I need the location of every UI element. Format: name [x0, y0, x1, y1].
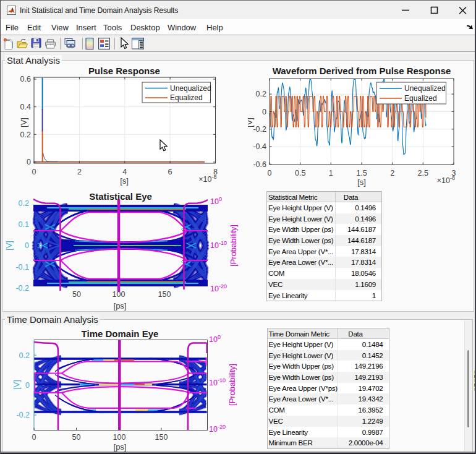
- svg-text:2: 2: [77, 168, 82, 176]
- svg-text:150: 150: [158, 290, 171, 299]
- svg-text:100: 100: [210, 196, 222, 206]
- svg-text:-0.4: -0.4: [253, 142, 266, 151]
- svg-text:100: 100: [209, 334, 221, 344]
- svg-text:[s]: [s]: [357, 178, 366, 187]
- svg-text:[V]: [V]: [12, 380, 21, 390]
- svg-text:150: 150: [155, 433, 168, 442]
- svg-text:0.2: 0.2: [19, 351, 30, 360]
- svg-text:0: 0: [32, 433, 36, 442]
- svg-text:0.5: 0.5: [295, 169, 305, 178]
- svg-text:4: 4: [122, 168, 127, 176]
- svg-text:2.5: 2.5: [418, 169, 428, 178]
- svg-text:1.5: 1.5: [356, 169, 367, 178]
- svg-text:50: 50: [72, 290, 81, 299]
- svg-text:Equalized: Equalized: [404, 94, 437, 103]
- svg-text:-0.6: -0.6: [253, 160, 266, 169]
- svg-text:10-10: 10-10: [209, 377, 226, 387]
- svg-text:0.2: 0.2: [19, 199, 29, 208]
- svg-text:10-20: 10-20: [209, 424, 226, 434]
- svg-text:0: 0: [27, 158, 31, 166]
- svg-text:Unequalized: Unequalized: [404, 84, 446, 93]
- svg-text:[ps]: [ps]: [114, 301, 127, 311]
- svg-text:[Probability]: [Probability]: [229, 225, 238, 267]
- svg-text:[V]: [V]: [4, 241, 14, 251]
- svg-text:[V]: [V]: [19, 118, 28, 127]
- svg-text:0.1: 0.1: [19, 220, 29, 229]
- svg-text:[V]: [V]: [248, 118, 254, 127]
- svg-text:[s]: [s]: [120, 176, 129, 186]
- svg-text:0: 0: [262, 108, 266, 116]
- svg-text:×10-8: ×10-8: [437, 175, 455, 185]
- svg-text:×10-8: ×10-8: [198, 174, 216, 184]
- svg-text:0: 0: [268, 169, 272, 178]
- svg-text:0: 0: [25, 241, 29, 250]
- svg-text:0.4: 0.4: [20, 103, 31, 111]
- svg-text:50: 50: [72, 433, 81, 442]
- svg-text:0.6: 0.6: [20, 75, 31, 84]
- svg-text:[Probability]: [Probability]: [227, 364, 237, 406]
- svg-text:6: 6: [168, 168, 172, 176]
- svg-text:-0.2: -0.2: [253, 125, 266, 134]
- svg-text:0: 0: [25, 381, 30, 390]
- svg-text:10-20: 10-20: [210, 283, 227, 293]
- svg-text:100: 100: [113, 433, 126, 442]
- svg-text:2: 2: [390, 169, 394, 178]
- svg-text:Unequalized: Unequalized: [170, 84, 211, 93]
- svg-text:[ps]: [ps]: [114, 442, 127, 452]
- svg-text:0: 0: [32, 168, 36, 176]
- svg-text:-0.2: -0.2: [15, 284, 29, 293]
- svg-text:Equalized: Equalized: [170, 93, 203, 102]
- svg-text:0.2: 0.2: [20, 131, 31, 139]
- svg-text:-0.2: -0.2: [16, 411, 30, 419]
- svg-text:-0.1: -0.1: [15, 263, 29, 272]
- svg-text:100: 100: [113, 290, 125, 299]
- svg-text:10-10: 10-10: [210, 240, 227, 250]
- svg-text:0.2: 0.2: [256, 90, 266, 98]
- svg-text:1: 1: [329, 169, 333, 178]
